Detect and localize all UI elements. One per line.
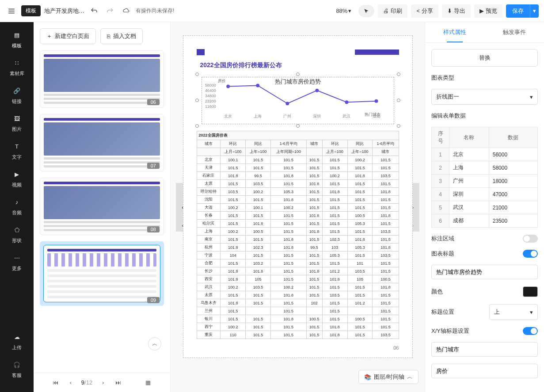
chart-title-toggle[interactable] <box>523 250 538 258</box>
zoom-select[interactable]: 88%▾ <box>332 6 355 16</box>
new-page-button[interactable]: ＋新建空白页面 <box>40 28 96 44</box>
tab-style[interactable]: 样式属性 <box>425 22 485 42</box>
sidebar-item-upload[interactable]: ☁上传 <box>12 332 22 351</box>
save-dropdown[interactable]: ▾ <box>530 4 539 18</box>
table-row[interactable]: 合肥101.5103.2101.5101.5101.5101101.5 <box>197 259 399 267</box>
resize-handle[interactable] <box>195 99 199 102</box>
resize-handle[interactable] <box>296 124 300 128</box>
table-row[interactable]: 武汉100.2103.5100.2101.5101.5101.5101.8 <box>197 283 399 291</box>
thumbnail-page[interactable]: 08 <box>40 178 164 235</box>
sidebar-item-template[interactable]: ▤模板 <box>12 30 22 49</box>
canvas-area[interactable]: ‹⏴ ›⏵ 📚图层/时间轴︿ 2022全国房价排行榜最新公布 <box>171 22 425 392</box>
table-row[interactable]: 沈阳101.5101.5101.8101.5101.5101.5101.5 <box>197 196 399 204</box>
sidebar-item-support[interactable]: 🎧客服 <box>12 360 22 379</box>
save-button[interactable]: 保存 <box>506 4 530 18</box>
table-row[interactable]: 西安101.8105101.5101.5101.8105100.5 <box>197 275 399 283</box>
sidebar-item-video[interactable]: ▶视频 <box>12 169 22 188</box>
data-row[interactable]: 5武汉21000 <box>432 201 538 214</box>
resize-handle[interactable] <box>195 72 199 76</box>
table-row[interactable]: 石家庄101.899.5101.8101.5100.2101.8103.5 <box>197 172 399 180</box>
last-page-button[interactable]: ⏭ <box>114 378 122 387</box>
resize-handle[interactable] <box>397 99 400 102</box>
prev-page-button[interactable]: ‹ <box>66 378 75 387</box>
layer-timeline-button[interactable]: 📚图层/时间轴︿ <box>358 370 418 384</box>
title-pos-select[interactable]: 上▾ <box>489 304 538 320</box>
data-row[interactable]: 4深圳47000 <box>432 188 538 201</box>
replace-button[interactable]: 替换 <box>431 49 538 67</box>
chart-type-select[interactable]: 折线图一▾ <box>431 89 538 105</box>
table-row[interactable]: 南京101.5101.5101.8101.5102.3101.8101.5 <box>197 236 399 244</box>
scroll-up-button[interactable]: ︿ <box>148 337 161 350</box>
chart-title-input[interactable] <box>431 265 538 279</box>
sidebar-item-link[interactable]: 🔗链接 <box>12 86 22 105</box>
data-row[interactable]: 2上海58000 <box>432 161 538 175</box>
edit-data-label: 编辑表单数据 <box>431 112 538 120</box>
table-row[interactable]: 重庆110101.5101.5101.5101.8101.5103.5 <box>197 331 399 339</box>
document-title[interactable]: 地产开发房地… <box>44 7 84 15</box>
page-canvas[interactable]: 2022全国房价排行榜最新公布 房价 热门城市房价趋势 热门城市 <box>183 35 413 358</box>
x-axis-input[interactable] <box>431 342 538 357</box>
table-row[interactable]: 太原101.5101.5101.8101.5103.5101.5101.5 <box>197 291 399 299</box>
chart-data-table[interactable]: 序号 名称 数据 1北京560002上海580003广州180004深圳4700… <box>431 127 538 228</box>
resize-handle[interactable] <box>397 124 400 128</box>
sidebar-item-shape[interactable]: ⬠形状 <box>12 225 22 244</box>
page-title[interactable]: 2022全国房价排行榜最新公布 <box>197 61 399 69</box>
table-row[interactable]: 杭州101.8102.3101.899.5103105.3101.8 <box>197 244 399 251</box>
table-row[interactable]: 上海100.2100.5101.5101.8101.5101.5103.5 <box>197 228 399 236</box>
share-icon: < <box>416 8 420 14</box>
line-chart[interactable]: 房价 热门城市房价趋势 热门城市 11600232003480046400580… <box>202 77 394 124</box>
y-axis-input[interactable] <box>431 364 538 378</box>
table-row[interactable]: 乌鲁木齐101.8101.5101.5102101.5101.2101.5 <box>197 299 399 307</box>
data-row[interactable]: 6成都23500 <box>432 214 538 228</box>
insert-doc-button[interactable]: ⎘插入文档 <box>100 28 143 44</box>
undo-icon[interactable] <box>88 5 100 17</box>
chart-selection-box[interactable]: 房价 热门城市房价趋势 热门城市 11600232003480046400580… <box>197 74 399 126</box>
share-button[interactable]: <分享 <box>411 4 438 18</box>
preview-button[interactable]: ▶预览 <box>474 4 502 18</box>
table-row[interactable]: 北京100.1101.5101.5101.5101.5100.2101.5 <box>197 156 399 164</box>
table-row[interactable]: 太原101.5103.5101.5101.8101.5101.5101.5 <box>197 180 399 188</box>
data-row[interactable]: 3广州18000 <box>432 175 538 188</box>
sidebar-item-more[interactable]: ⋯更多 <box>12 253 22 272</box>
sidebar-item-text[interactable]: T文字 <box>12 141 22 160</box>
table-row[interactable]: 兰州101.5101.5101.5101.5 <box>197 307 399 315</box>
export-button[interactable]: ⬇导出 <box>442 4 471 18</box>
table-row[interactable]: 西宁100.2101.5101.5101.5101.8101.5101.5 <box>197 323 399 331</box>
table-row[interactable]: 银川101.5101.5101.8100.5101.5100.5101.5 <box>197 315 399 323</box>
sidebar-item-audio[interactable]: ♪音频 <box>12 197 22 216</box>
cursor-mode[interactable] <box>358 5 374 17</box>
thumbnail-page[interactable]: 07 <box>40 114 164 171</box>
thumbnail-page[interactable]: 09 <box>40 241 164 306</box>
first-page-button[interactable]: ⏮ <box>51 378 60 387</box>
thumbnail-page[interactable]: 06 <box>40 50 164 108</box>
tab-event[interactable]: 触发事件 <box>485 22 544 42</box>
svg-point-13 <box>374 99 378 103</box>
sidebar-item-assets[interactable]: ∷素材库 <box>10 58 24 77</box>
table-row[interactable]: 呼尔哈特103.5100.2105.3101.5101.8101.5101.8 <box>197 188 399 196</box>
data-row[interactable]: 1北京56000 <box>432 148 538 161</box>
annotation-toggle[interactable] <box>523 235 538 243</box>
next-page-button[interactable]: › <box>99 378 107 387</box>
grid-view-button[interactable]: ▦ <box>144 378 152 387</box>
table-row[interactable]: 宁波104101.5101.5101.5105.3101.5103.5 <box>197 251 399 259</box>
resize-handle[interactable] <box>195 124 199 128</box>
cloud-icon[interactable] <box>120 5 132 17</box>
resize-handle[interactable] <box>397 72 400 76</box>
print-button[interactable]: 🖨印刷 <box>378 4 407 18</box>
template-badge: 模板 <box>21 5 41 16</box>
sidebar-item-label: 视频 <box>12 182 22 188</box>
table-row[interactable]: 大连100.2100.1100.2101.5101.5101.5101.5 <box>197 204 399 212</box>
menu-icon[interactable] <box>5 5 18 17</box>
sidebar-item-image[interactable]: 🖼图片 <box>12 114 22 133</box>
svg-text:上海: 上海 <box>254 114 262 118</box>
sidebar-item-label: 更多 <box>12 265 22 272</box>
table-row[interactable]: 哈尔滨101.5101.8101.5101.5101.5105.3101.5 <box>197 220 399 228</box>
table-row[interactable]: 长沙101.8101.8101.5101.8101.2103.5101.5 <box>197 267 399 275</box>
price-table[interactable]: 2022全国房价表 城市环比同比1-6月平均城市环比同比1-6月平均 上月=10… <box>197 131 399 339</box>
redo-icon[interactable] <box>104 5 116 17</box>
table-row[interactable]: 长春101.5101.5101.5101.8101.5100.5101.8 <box>197 212 399 220</box>
resize-handle[interactable] <box>296 72 300 76</box>
table-row[interactable]: 天津101.5101.5101.5101.5101.5101.5101.5 <box>197 164 399 172</box>
color-picker[interactable] <box>523 286 538 297</box>
axis-title-toggle[interactable] <box>523 327 538 335</box>
